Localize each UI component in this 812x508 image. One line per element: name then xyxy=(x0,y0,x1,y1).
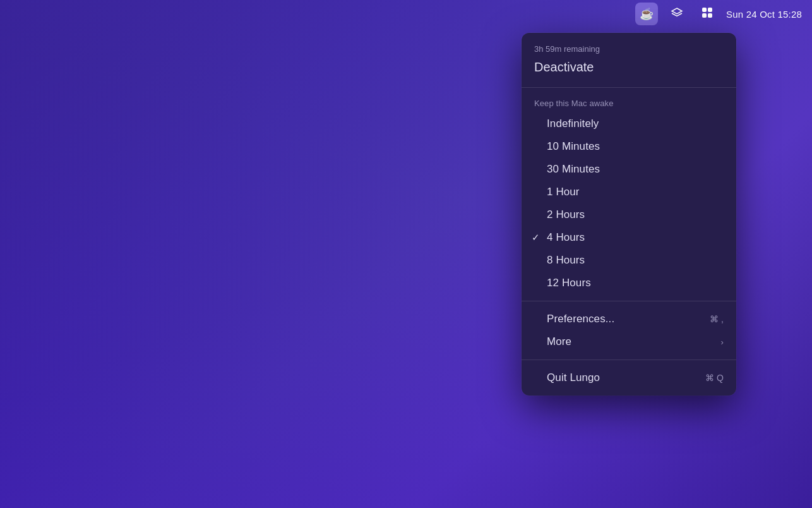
lungo-menubar-icon[interactable]: ☕ xyxy=(635,3,658,25)
menu-item-1-hour[interactable]: 1 Hour xyxy=(522,181,736,203)
menu-item-indefinitely[interactable]: Indefinitely xyxy=(522,112,736,135)
status-section: 3h 59m remaining Deactivate xyxy=(522,33,736,87)
menubar-right: ☕ Sun 24 Oct 15:28 xyxy=(635,3,802,25)
keep-awake-header: Keep this Mac awake xyxy=(522,94,736,112)
menubar-datetime: Sun 24 Oct 15:28 xyxy=(726,9,802,20)
menu-item-8-hours[interactable]: 8 Hours xyxy=(522,249,736,272)
menubar: ☕ Sun 24 Oct 15:28 xyxy=(0,0,812,28)
control-center-icon xyxy=(701,6,713,21)
control-center-menubar-icon[interactable] xyxy=(696,3,719,25)
preferences-button[interactable]: Preferences... ⌘ , xyxy=(522,308,736,330)
svg-marker-0 xyxy=(672,8,682,14)
checkmark-icon: ✓ xyxy=(532,232,540,243)
cup-icon: ☕ xyxy=(640,7,654,21)
chevron-right-icon: › xyxy=(721,337,724,347)
preferences-section: Preferences... ⌘ , More › xyxy=(522,301,736,360)
layers-menubar-icon[interactable] xyxy=(666,3,688,25)
layers-icon xyxy=(671,6,683,21)
svg-rect-3 xyxy=(702,13,707,18)
svg-rect-1 xyxy=(702,8,707,12)
menu-item-2-hours[interactable]: 2 Hours xyxy=(522,203,736,226)
quit-button[interactable]: Quit Lungo ⌘ Q xyxy=(522,366,736,389)
menu-item-10-minutes[interactable]: 10 Minutes xyxy=(522,135,736,158)
menu-item-12-hours[interactable]: 12 Hours xyxy=(522,272,736,294)
svg-rect-4 xyxy=(708,13,712,18)
remaining-time: 3h 59m remaining xyxy=(522,39,736,56)
more-button[interactable]: More › xyxy=(522,330,736,353)
quit-shortcut: ⌘ Q xyxy=(705,373,724,383)
keep-awake-section: Keep this Mac awake Indefinitely 10 Minu… xyxy=(522,87,736,301)
menu-item-4-hours[interactable]: ✓ 4 Hours xyxy=(522,226,736,249)
lungo-dropdown-menu: 3h 59m remaining Deactivate Keep this Ma… xyxy=(522,33,736,396)
menu-item-30-minutes[interactable]: 30 Minutes xyxy=(522,158,736,181)
preferences-shortcut: ⌘ , xyxy=(710,314,724,324)
deactivate-button[interactable]: Deactivate xyxy=(522,56,736,81)
svg-rect-2 xyxy=(708,8,712,12)
quit-section: Quit Lungo ⌘ Q xyxy=(522,360,736,396)
